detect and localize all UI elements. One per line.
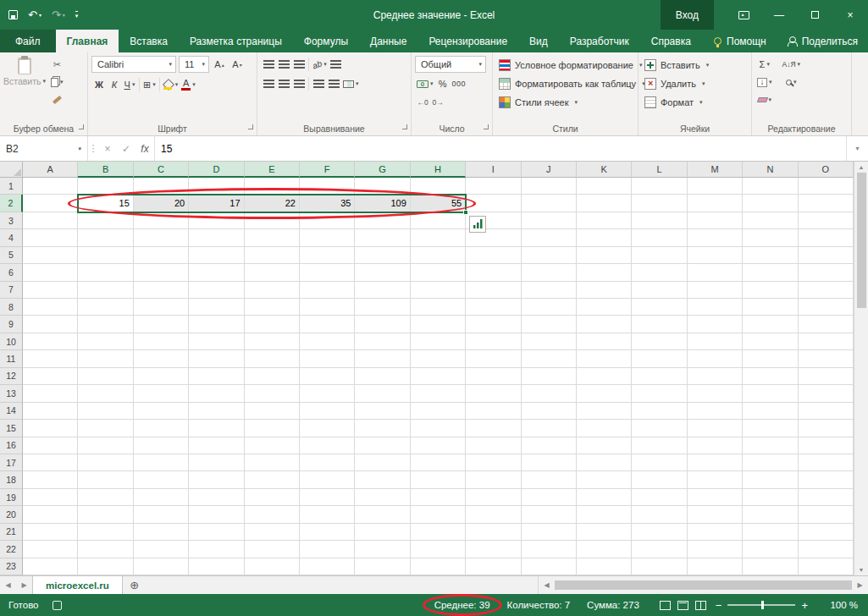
row-header-23[interactable]: 23 [0, 558, 23, 575]
cell-E20[interactable] [245, 506, 300, 523]
clear-icon[interactable]: ▾ [755, 91, 774, 108]
align-left-icon[interactable] [261, 75, 276, 92]
cell-J6[interactable] [522, 264, 577, 281]
font-size-select[interactable]: 11▾ [179, 56, 209, 73]
cell-B10[interactable] [78, 333, 133, 350]
cell-M3[interactable] [688, 212, 743, 229]
merge-center-icon[interactable]: ▾ [341, 75, 361, 92]
cell-H22[interactable] [411, 541, 466, 558]
cell-N9[interactable] [743, 316, 798, 333]
font-name-select[interactable]: Calibri▾ [91, 56, 176, 73]
row-header-7[interactable]: 7 [0, 282, 23, 299]
cell-N6[interactable] [743, 264, 798, 281]
cell-L4[interactable] [632, 229, 687, 246]
tab-разметка-страницы[interactable]: Разметка страницы [179, 30, 293, 52]
undo-icon[interactable]: ↶▾ [28, 8, 41, 21]
decrease-decimal-icon[interactable]: 0→ [430, 94, 445, 111]
percent-style-icon[interactable]: % [435, 75, 451, 92]
cell-J14[interactable] [522, 403, 577, 420]
tab-разработчик[interactable]: Разработчик [559, 30, 640, 52]
cell-M8[interactable] [688, 299, 743, 316]
align-top-icon[interactable] [261, 56, 276, 73]
cell-M14[interactable] [688, 403, 743, 420]
customize-quick-access-icon[interactable]: ▾ [75, 11, 79, 19]
cell-F20[interactable] [300, 506, 355, 523]
tab-assistant[interactable]: Помощн [704, 30, 777, 52]
cell-I11[interactable] [466, 350, 521, 367]
cell-H16[interactable] [411, 437, 466, 454]
cell-F21[interactable] [300, 524, 355, 541]
delete-cells-button[interactable]: Удалить ▾ [642, 74, 748, 93]
cell-L6[interactable] [632, 264, 687, 281]
cell-A16[interactable] [23, 437, 78, 454]
cell-J13[interactable] [522, 385, 577, 402]
number-format-select[interactable]: Общий▾ [415, 56, 486, 73]
cell-G11[interactable] [355, 350, 410, 367]
cell-F19[interactable] [300, 489, 355, 506]
cell-A14[interactable] [23, 403, 78, 420]
underline-button[interactable]: Ч▾ [122, 76, 137, 93]
fill-icon[interactable]: ↓▾ [755, 74, 774, 91]
row-header-20[interactable]: 20 [0, 506, 23, 523]
cell-K7[interactable] [577, 282, 632, 299]
cell-D14[interactable] [189, 403, 244, 420]
cancel-icon[interactable]: × [98, 136, 117, 161]
cell-G12[interactable] [355, 368, 410, 385]
tab-главная[interactable]: Главная [56, 30, 119, 52]
cell-M19[interactable] [688, 489, 743, 506]
cell-E22[interactable] [245, 541, 300, 558]
cell-F4[interactable] [300, 229, 355, 246]
insert-cells-button[interactable]: Вставить ▾ [642, 56, 748, 74]
cell-D1[interactable] [189, 178, 244, 195]
cell-M21[interactable] [688, 524, 743, 541]
cell-L21[interactable] [632, 524, 687, 541]
cell-I18[interactable] [466, 471, 521, 488]
cell-F2[interactable]: 35 [300, 195, 355, 212]
italic-button[interactable]: К [107, 76, 122, 93]
cell-C9[interactable] [134, 316, 189, 333]
cell-A10[interactable] [23, 333, 78, 350]
cell-J8[interactable] [522, 299, 577, 316]
cell-A23[interactable] [23, 558, 78, 575]
cell-I12[interactable] [466, 368, 521, 385]
tab-вид[interactable]: Вид [518, 30, 559, 52]
cell-L12[interactable] [632, 368, 687, 385]
cell-G16[interactable] [355, 437, 410, 454]
hscroll-left-icon[interactable]: ◀ [541, 581, 552, 589]
row-header-4[interactable]: 4 [0, 229, 23, 246]
cell-G8[interactable] [355, 299, 410, 316]
cell-H11[interactable] [411, 350, 466, 367]
cell-H17[interactable] [411, 454, 466, 471]
find-select-icon[interactable]: ▾ [781, 74, 803, 91]
select-all-corner[interactable] [0, 162, 23, 178]
cell-H18[interactable] [411, 471, 466, 488]
maximize-button[interactable] [797, 0, 832, 30]
format-as-table-button[interactable]: Форматировать как таблицу ▾ [496, 74, 634, 93]
cell-I16[interactable] [466, 437, 521, 454]
sheet-nav-left-icon[interactable]: ◀ [0, 576, 16, 594]
cell-F17[interactable] [300, 454, 355, 471]
cell-N7[interactable] [743, 282, 798, 299]
cell-C22[interactable] [134, 541, 189, 558]
cell-O12[interactable] [799, 368, 854, 385]
cell-G19[interactable] [355, 489, 410, 506]
cell-O22[interactable] [799, 541, 854, 558]
cell-M9[interactable] [688, 316, 743, 333]
zoom-slider[interactable] [727, 604, 795, 606]
cell-C15[interactable] [134, 420, 189, 437]
cell-E17[interactable] [245, 454, 300, 471]
cell-E5[interactable] [245, 247, 300, 264]
cell-D13[interactable] [189, 385, 244, 402]
cell-H3[interactable] [411, 212, 466, 229]
cell-B20[interactable] [78, 506, 133, 523]
align-center-icon[interactable] [276, 75, 291, 92]
cell-H13[interactable] [411, 385, 466, 402]
decrease-indent-icon[interactable] [311, 75, 326, 92]
cell-C1[interactable] [134, 178, 189, 195]
cell-H8[interactable] [411, 299, 466, 316]
sign-in-button[interactable]: Вход [661, 0, 714, 30]
cell-H6[interactable] [411, 264, 466, 281]
cell-M17[interactable] [688, 454, 743, 471]
cell-O14[interactable] [799, 403, 854, 420]
cell-M13[interactable] [688, 385, 743, 402]
